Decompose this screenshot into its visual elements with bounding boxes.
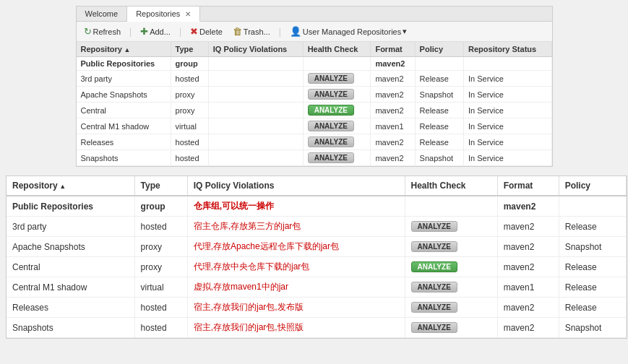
table-row[interactable]: Releases hosted 宿主,存放我们的jar包,发布版 ANALYZE… <box>7 298 627 318</box>
cell-iq <box>208 118 303 134</box>
annotation-text: 虚拟,存放maven1中的jar <box>194 282 288 292</box>
cell-policy: Release <box>559 217 626 237</box>
analyze-button[interactable]: ANALYZE <box>308 152 354 163</box>
cell-repo: Central M1 shadow <box>77 118 171 134</box>
cell-health[interactable]: ANALYZE <box>303 118 371 134</box>
cell-annotation: 宿主,存放我们的jar包,发布版 <box>187 298 405 318</box>
analyze-button[interactable]: ANALYZE <box>308 136 354 147</box>
cell-format: maven2 <box>371 103 415 118</box>
sort-icon <box>122 45 130 53</box>
cell-type: hosted <box>171 134 208 150</box>
add-button[interactable]: ✚ Add... <box>137 25 173 38</box>
analyze-button[interactable]: ANALYZE <box>308 73 354 84</box>
col-status[interactable]: Repository Status <box>464 42 551 57</box>
tab-repositories[interactable]: Repositories ✕ <box>127 6 200 22</box>
analyze-button[interactable]: ANALYZE <box>411 302 457 313</box>
table-row[interactable]: Central M1 shadow virtual ANALYZE maven1… <box>77 118 552 134</box>
cell-iq <box>208 103 303 118</box>
analyze-button[interactable]: ANALYZE <box>411 282 457 292</box>
bottom-col-iq[interactable]: IQ Policy Violations <box>187 176 405 196</box>
cell-format: maven2 <box>371 87 415 103</box>
table-row[interactable]: Apache Snapshots proxy ANALYZE maven2 Sn… <box>77 87 552 103</box>
cell-policy <box>559 196 626 217</box>
col-type[interactable]: Type <box>171 42 208 57</box>
cell-policy <box>415 57 463 71</box>
cell-health[interactable]: ANALYZE <box>303 71 371 87</box>
table-row[interactable]: Snapshots hosted 宿主,存放我们的jar包,快照版 ANALYZ… <box>7 318 627 338</box>
col-policy[interactable]: Policy <box>415 42 463 57</box>
tab-bar: Welcome Repositories ✕ <box>77 6 552 22</box>
table-header-row: Repository Type IQ Policy Violations Hea… <box>77 42 552 57</box>
analyze-button[interactable]: ANALYZE <box>308 105 354 116</box>
table-row[interactable]: Public Repositories group 仓库组,可以统一操作 mav… <box>7 196 627 217</box>
delete-button[interactable]: ✖ Delete <box>187 25 225 38</box>
analyze-button[interactable]: ANALYZE <box>308 121 354 131</box>
cell-policy: Snapshot <box>559 318 626 338</box>
toolbar: ↻ Refresh | ✚ Add... | ✖ Delete 🗑 Trash.… <box>77 22 552 42</box>
cell-format: maven2 <box>497 298 559 318</box>
annotation-text: 宿主,存放我们的jar包,快照版 <box>194 322 304 332</box>
analyze-button[interactable]: ANALYZE <box>411 221 457 232</box>
cell-repo: 3rd party <box>77 71 171 87</box>
table-row[interactable]: Central M1 shadow virtual 虚拟,存放maven1中的j… <box>7 277 627 298</box>
cell-health[interactable]: ANALYZE <box>303 134 371 150</box>
bottom-col-repository[interactable]: Repository <box>7 176 134 196</box>
table-row[interactable]: 3rd party hosted ANALYZE maven2 Release … <box>77 71 552 87</box>
col-health[interactable]: Health Check <box>303 42 371 57</box>
cell-format: maven2 <box>371 71 415 87</box>
table-row[interactable]: 3rd party hosted 宿主仓库,存放第三方的jar包 ANALYZE… <box>7 217 627 237</box>
cell-policy: Release <box>415 71 463 87</box>
cell-format: maven2 <box>497 196 559 217</box>
cell-type: group <box>171 57 208 71</box>
bottom-col-iq-label: IQ Policy Violations <box>194 181 275 191</box>
cell-annotation: 宿主,存放我们的jar包,快照版 <box>187 318 405 338</box>
col-iq[interactable]: IQ Policy Violations <box>208 42 303 57</box>
col-repository[interactable]: Repository <box>77 42 171 57</box>
user-managed-button[interactable]: 👤 User Managed Repositories ▾ <box>287 25 410 38</box>
bottom-col-format[interactable]: Format <box>497 176 559 196</box>
table-row[interactable]: Apache Snapshots proxy 代理,存放Apache远程仓库下载… <box>7 237 627 257</box>
analyze-button[interactable]: ANALYZE <box>411 261 457 272</box>
tab-close-icon[interactable]: ✕ <box>185 10 191 18</box>
bottom-col-health[interactable]: Health Check <box>405 176 497 196</box>
cell-health[interactable]: ANALYZE <box>303 150 371 166</box>
table-row[interactable]: Snapshots hosted ANALYZE maven2 Snapshot… <box>77 150 552 166</box>
col-policy-label: Policy <box>420 45 443 53</box>
cell-policy: Release <box>559 298 626 318</box>
analyze-button[interactable]: ANALYZE <box>308 89 354 100</box>
cell-repo: Apache Snapshots <box>77 87 171 103</box>
cell-status: In Service <box>464 87 551 103</box>
cell-policy: Snapshot <box>415 87 463 103</box>
refresh-button[interactable]: ↻ Refresh <box>81 25 124 38</box>
cell-annotation: 代理,存放中央仓库下载的jar包 <box>187 257 405 277</box>
cell-health[interactable]: ANALYZE <box>405 237 497 257</box>
cell-type: virtual <box>134 277 187 298</box>
cell-health[interactable]: ANALYZE <box>405 277 497 298</box>
analyze-button[interactable]: ANALYZE <box>411 241 457 252</box>
cell-repo: Snapshots <box>77 150 171 166</box>
cell-health[interactable]: ANALYZE <box>405 257 497 277</box>
tab-welcome[interactable]: Welcome <box>77 6 128 21</box>
bottom-col-type[interactable]: Type <box>134 176 187 196</box>
col-format[interactable]: Format <box>371 42 415 57</box>
cell-health[interactable]: ANALYZE <box>303 103 371 118</box>
table-row[interactable]: Public Repositories group maven2 <box>77 57 552 71</box>
table-row[interactable]: Releases hosted ANALYZE maven2 Release I… <box>77 134 552 150</box>
trash-button[interactable]: 🗑 Trash... <box>230 25 273 38</box>
cell-health[interactable]: ANALYZE <box>303 87 371 103</box>
table-row[interactable]: Central proxy ANALYZE maven2 Release In … <box>77 103 552 118</box>
cell-policy: Release <box>415 103 463 118</box>
refresh-icon: ↻ <box>84 26 92 37</box>
add-label: Add... <box>150 27 171 36</box>
bottom-col-policy[interactable]: Policy <box>559 176 626 196</box>
table-row[interactable]: Central proxy 代理,存放中央仓库下载的jar包 ANALYZE m… <box>7 257 627 277</box>
cell-policy: Release <box>415 134 463 150</box>
col-repository-label: Repository <box>81 45 122 53</box>
annotation-text: 仓库组,可以统一操作 <box>194 201 274 211</box>
cell-health[interactable]: ANALYZE <box>405 318 497 338</box>
cell-format: maven2 <box>371 150 415 166</box>
cell-health[interactable]: ANALYZE <box>405 217 497 237</box>
cell-format: maven2 <box>371 134 415 150</box>
cell-health[interactable]: ANALYZE <box>405 298 497 318</box>
analyze-button[interactable]: ANALYZE <box>411 322 457 333</box>
